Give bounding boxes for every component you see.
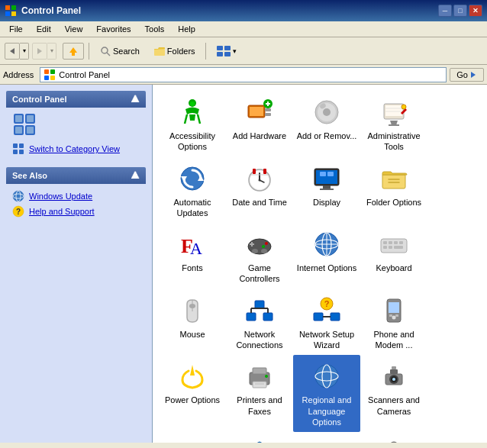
toolbar-separator-2 [205,43,206,60]
windows-update-link[interactable]: Windows Update [12,189,140,204]
icon-keyboard[interactable]: Keyboard [360,223,427,289]
menu-favorites[interactable]: Favorites [90,23,137,35]
keyboard-label: Keyboard [376,263,411,273]
back-dropdown[interactable]: ▾ [20,43,29,60]
icon-display[interactable]: Display [293,157,360,224]
speech-icon [379,438,409,443]
icon-phone-and-modem[interactable]: Phone and Modem ... [360,289,427,356]
menu-view[interactable]: View [59,23,89,35]
date-and-time-icon [244,163,275,194]
icon-speech[interactable]: Speech [360,432,427,443]
icon-game-controllers[interactable]: Game Controllers [226,223,293,289]
menu-file[interactable]: File [3,23,29,35]
close-button[interactable]: ✕ [469,5,482,17]
svg-rect-18 [50,76,55,80]
address-bar: Address Control Panel Go [0,65,487,85]
svg-rect-7 [72,53,75,56]
icon-sounds-audio-devices[interactable]: Sounds and Audio Devices [293,432,360,443]
svg-rect-70 [327,172,334,176]
switch-category-link[interactable]: Switch to Category View [12,141,140,156]
svg-rect-126 [390,369,398,374]
forward-dropdown[interactable]: ▾ [47,43,56,60]
svg-rect-105 [331,313,340,321]
icon-folder-options[interactable]: Folder Options [360,157,427,224]
administrative-tools-label: Administrative Tools [363,131,424,153]
icon-date-and-time[interactable]: Date and Time [226,157,293,224]
window-title: Control Panel [21,5,438,16]
mouse-icon [177,295,208,326]
switch-category-icon [12,143,24,155]
svg-rect-42 [265,113,271,116]
svg-rect-1 [11,5,16,10]
icon-security-center[interactable]: Security Center [226,432,293,443]
svg-rect-88 [383,241,387,244]
icon-accessibility-options[interactable]: Accessibility Options [159,91,226,157]
automatic-updates-label: Automatic Updates [162,197,223,219]
minimize-button[interactable]: ─ [438,5,452,17]
keyboard-icon [379,229,409,259]
svg-rect-71 [323,185,331,189]
sounds-audio-devices-icon [311,438,342,443]
sidebar-section-header-seealso: See Also ⯅ [6,167,146,184]
svg-rect-77 [251,242,253,247]
sidebar-collapse-icon[interactable]: ⯅ [131,94,140,105]
icon-network-setup-wizard[interactable]: ?Network Setup Wizard [293,289,360,356]
svg-rect-68 [316,170,337,184]
svg-rect-64 [253,169,256,174]
menu-help[interactable]: Help [172,23,202,35]
view-button[interactable]: ▾ [211,43,242,60]
folders-button[interactable]: Folders [148,43,201,60]
svg-point-119 [315,365,338,388]
toolbar-separator-1 [89,43,89,60]
svg-point-38 [190,102,195,106]
svg-point-125 [392,378,395,381]
svg-marker-19 [471,72,476,78]
regional-language-options-label: Regional and Language Options [296,395,357,427]
icon-power-options[interactable]: Power Options [159,355,226,432]
icon-fonts[interactable]: FAFonts [159,223,226,289]
internet-options-label: Internet Options [297,263,356,273]
forward-button[interactable] [32,43,47,60]
svg-rect-28 [13,143,18,148]
icon-network-connections[interactable]: Network Connections [226,289,293,356]
help-support-link[interactable]: ? Help and Support [12,204,140,219]
svg-rect-115 [253,368,266,374]
back-button[interactable] [5,43,20,60]
icon-scheduled-tasks[interactable]: Scheduled Tasks [159,432,226,443]
svg-rect-27 [27,127,34,134]
icon-automatic-updates[interactable]: Automatic Updates [159,157,226,224]
svg-rect-41 [265,108,271,111]
svg-rect-90 [394,241,398,244]
mouse-label: Mouse [179,329,205,340]
icon-scanners-and-cameras[interactable]: Scanners and Cameras [360,355,427,432]
svg-rect-31 [19,150,24,154]
svg-rect-16 [50,69,55,74]
svg-point-81 [261,249,267,253]
control-panel-icon [12,112,37,137]
icon-administrative-tools[interactable]: Administrative Tools [360,91,427,157]
maximize-button[interactable]: □ [453,5,467,17]
svg-rect-11 [217,46,223,50]
search-label: Search [113,47,140,56]
svg-rect-26 [15,127,22,134]
sidebar-cp-body: Switch to Category View [6,108,146,161]
icon-mouse[interactable]: Mouse [159,289,226,356]
svg-rect-104 [314,313,323,321]
svg-point-111 [392,315,396,319]
up-button[interactable] [63,43,84,60]
icon-printers-and-faxes[interactable]: Printers and Faxes [226,355,293,432]
icon-regional-language-options[interactable]: Regional and Language Options [293,355,360,432]
menu-tools[interactable]: Tools [139,23,171,35]
sidebar-seealso-body: Windows Update ? Help and Support [6,184,146,224]
menu-edit[interactable]: Edit [31,23,57,35]
address-input[interactable]: Control Panel [40,67,447,82]
icon-internet-options[interactable]: Internet Options [293,223,360,289]
sidebar-seealso-collapse-icon[interactable]: ⯅ [131,170,140,181]
svg-rect-98 [263,313,273,321]
accessibility-options-label: Accessibility Options [162,131,223,153]
search-button[interactable]: Search [94,43,145,60]
go-button[interactable]: Go [450,68,484,82]
icon-add-hardware[interactable]: Add Hardware [226,91,293,157]
icon-add-remove-programs[interactable]: Add or Remov... [293,91,360,157]
internet-options-icon [311,229,342,259]
